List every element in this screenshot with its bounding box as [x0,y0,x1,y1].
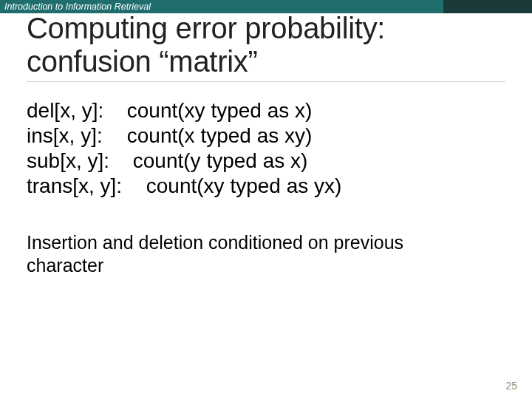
def-val-trans: count(xy typed as yx) [146,174,342,197]
def-key-sub: sub[x, y]: [27,149,127,174]
slide-content: del[x, y]: count(xy typed as x) ins[x, y… [0,82,532,277]
def-val-ins: count(x typed as xy) [127,124,313,147]
course-label: Introduction to Information Retrieval [3,0,152,13]
def-val-del: count(xy typed as x) [127,99,313,122]
def-key-ins: ins[x, y]: [27,123,121,149]
definition-ins: ins[x, y]: count(x typed as xy) [27,123,505,149]
definitions-block: del[x, y]: count(xy typed as x) ins[x, y… [27,98,505,200]
definition-trans: trans[x, y]: count(xy typed as yx) [27,174,505,199]
def-key-del: del[x, y]: [27,98,121,123]
def-key-trans: trans[x, y]: [27,174,140,199]
def-val-sub: count(y typed as x) [133,149,308,172]
header-bar: Introduction to Information Retrieval [0,0,532,13]
definition-sub: sub[x, y]: count(y typed as x) [27,149,505,174]
header-accent [443,0,532,13]
conditioning-note: Insertion and deletion conditioned on pr… [27,231,440,276]
page-number: 25 [505,380,517,392]
title-block: Computing error probability: confusion “… [0,12,532,82]
definition-del: del[x, y]: count(xy typed as x) [27,98,505,123]
slide-title: Computing error probability: confusion “… [27,12,505,82]
